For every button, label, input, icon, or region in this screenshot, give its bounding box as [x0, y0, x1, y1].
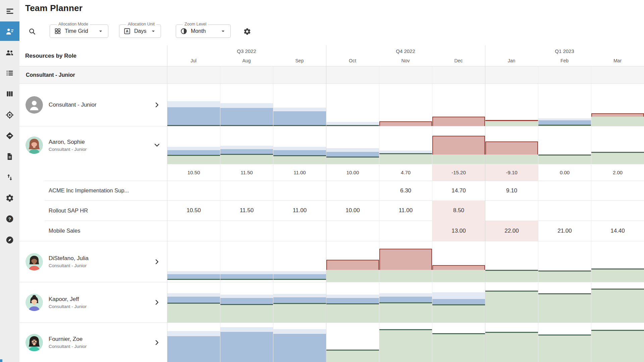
overallocation-bar [591, 113, 644, 117]
available-area [326, 351, 379, 362]
grid-cell [591, 66, 644, 83]
resource-role: Consultant - Junior [49, 147, 87, 152]
available-area [591, 153, 644, 164]
rail-item-task-list[interactable] [0, 63, 19, 83]
assignment-label[interactable]: Mobile Sales [49, 221, 163, 241]
grid-cell [273, 221, 326, 241]
overallocation-bar [326, 260, 379, 270]
chevron-right-icon[interactable] [153, 101, 161, 109]
grid-cell [326, 84, 379, 126]
available-area [379, 303, 432, 323]
capacity-bar [379, 293, 432, 297]
chevron-down-icon[interactable] [153, 141, 161, 149]
chevron-right-icon[interactable] [153, 298, 161, 306]
grid-cell [326, 323, 379, 362]
rail-item-resources[interactable] [0, 43, 19, 62]
month-label: Oct [326, 56, 379, 65]
rail-item-sort[interactable] [0, 168, 19, 187]
rail-item-settings[interactable] [0, 188, 19, 208]
available-area [485, 121, 538, 126]
page-title: Team Planner [25, 3, 83, 13]
grid-cell [591, 84, 644, 126]
caret-down-icon [97, 28, 104, 35]
capacity-bar [326, 148, 379, 152]
resource-card[interactable]: Kapoor, JeffConsultant - Junior [19, 282, 167, 322]
allocation-bar [167, 274, 220, 279]
grid-cell [273, 181, 326, 200]
avatar [25, 253, 43, 270]
grid-cell [591, 282, 644, 322]
available-area [220, 305, 273, 323]
search-icon[interactable] [28, 27, 36, 36]
allocation-bar [273, 150, 326, 155]
available-area [485, 155, 538, 164]
grid-cell [167, 66, 220, 83]
resource-role: Consultant - Junior [49, 263, 89, 268]
panel-header: Resources by Role [25, 45, 76, 66]
resource-card[interactable]: Consultant - Junior [19, 84, 167, 126]
avatar [25, 96, 43, 114]
allocation-bar [167, 150, 220, 155]
assignment-row: 13.0022.0021.0014.40Mobile Sales [19, 221, 644, 241]
grid-cell [273, 241, 326, 282]
allocation-bar [220, 274, 273, 279]
grid-cell: -9.10 [485, 164, 538, 181]
capacity-bar [220, 295, 273, 298]
rail-item-columns[interactable] [0, 84, 19, 104]
chevron-right-icon[interactable] [153, 258, 161, 266]
directions-icon [5, 131, 14, 140]
available-area [591, 269, 644, 282]
grid-cell [432, 84, 485, 126]
available-line [167, 279, 220, 280]
grid-cell [379, 126, 432, 164]
grid-cell [220, 282, 273, 322]
allocation-bar [273, 111, 326, 125]
rail-item-help[interactable]: ? [0, 209, 19, 229]
resource-name: Kapoor, Jeff [49, 296, 87, 303]
rail-item-explore[interactable] [0, 230, 19, 250]
resource-name: DiStefano, Julia [49, 255, 89, 262]
resource-card[interactable]: Aaron, SophieConsultant - Junior [19, 126, 167, 164]
capacity-bar [326, 295, 379, 298]
available-area [379, 270, 432, 282]
available-area [591, 117, 644, 126]
grid-cell [485, 200, 538, 221]
resource-role: Consultant - Junior [49, 304, 87, 309]
resource-card[interactable]: DiStefano, JuliaConsultant - Junior [19, 241, 167, 282]
allocation-bar [273, 274, 326, 279]
resource-card[interactable]: Fournier, ZoeConsultant - Junior [19, 323, 167, 362]
available-area [167, 156, 220, 164]
menu-icon [5, 7, 14, 16]
grid-cell [379, 221, 432, 241]
assignment-label[interactable]: ACME Inc Implementation Sup... [49, 181, 163, 200]
field-allocation-mode[interactable]: Allocation ModeTime Grid [50, 24, 108, 38]
rail-item-menu[interactable] [0, 1, 19, 21]
month-label: Nov [379, 56, 432, 65]
available-area [326, 304, 379, 323]
capacity-bar [167, 331, 220, 336]
caret-down-icon [150, 28, 157, 35]
rail-item-team-planner[interactable] [0, 21, 19, 41]
overallocation-bar [485, 141, 538, 155]
grid-cell [326, 221, 379, 241]
available-area [432, 334, 485, 362]
field-allocation-unit[interactable]: Allocation UnitADays [119, 24, 161, 38]
gear-icon[interactable] [243, 27, 251, 36]
allocation-bar [220, 298, 273, 304]
grid-cell [591, 323, 644, 362]
rail-item-location[interactable] [0, 105, 19, 125]
rail-item-directions[interactable] [0, 126, 19, 145]
grid-cell [273, 66, 326, 83]
rail-item-document[interactable] [0, 147, 19, 166]
grid-cell: 11.50 [220, 200, 273, 221]
capacity-bar [273, 271, 326, 274]
available-area [326, 158, 379, 164]
field-zoom-level[interactable]: Zoom LevelMonth [176, 24, 231, 38]
grid-icon [54, 27, 61, 35]
rail-cutoff-item [0, 359, 2, 362]
allocation-bar [273, 297, 326, 303]
assignment-label[interactable]: Rollout SAP HR [49, 200, 163, 221]
grid-cell [432, 323, 485, 362]
contrast-icon [180, 27, 187, 35]
chevron-right-icon[interactable] [153, 339, 161, 347]
